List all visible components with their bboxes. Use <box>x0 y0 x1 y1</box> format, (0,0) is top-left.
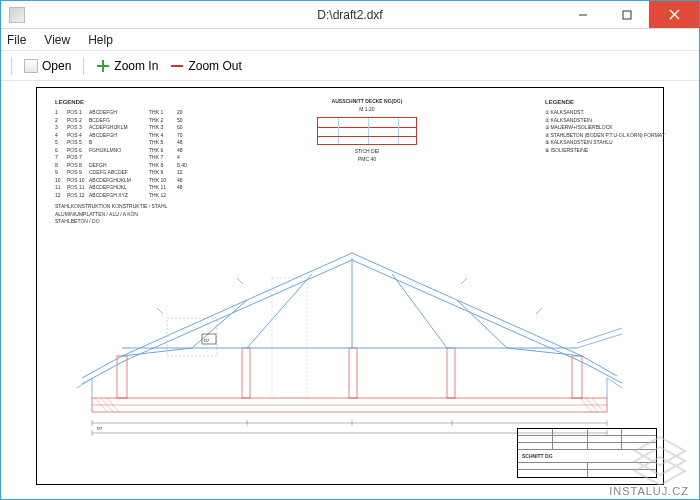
menu-help[interactable]: Help <box>88 33 113 47</box>
legend-left-title: LEGENDE <box>55 98 235 107</box>
svg-line-25 <box>507 348 582 356</box>
open-button[interactable]: Open <box>20 57 75 75</box>
window-controls <box>561 1 699 28</box>
svg-line-41 <box>237 278 243 284</box>
svg-line-43 <box>536 308 542 314</box>
svg-rect-1 <box>623 11 631 19</box>
svg-rect-14 <box>349 348 357 398</box>
section-title: AUSSCHNITT DECKE NG(DG) <box>287 98 447 106</box>
section-scale: M 1:20 <box>287 106 447 114</box>
legend-row: 9POS 9CDEFG ABCDEFTHK 912 <box>55 169 235 177</box>
legend-row: 10POS 10ABCDEFGHIJKLMTHK 1048 <box>55 177 235 185</box>
roof-truss-drawing: D7 D7 <box>77 248 622 443</box>
svg-marker-46 <box>635 457 685 485</box>
legend-row: 12POS 12ABCDEFGH XYZTHK 12 <box>55 192 235 200</box>
legend-row: ⑤ KALKSANDSTEIN STAHLU <box>545 139 645 147</box>
section-sub2: STICH DEI <box>287 148 447 156</box>
svg-line-24 <box>122 348 192 356</box>
toolbar: Open Zoom In Zoom Out <box>1 51 699 81</box>
svg-rect-13 <box>242 348 250 398</box>
legend-row: ③ MAUERW+ISOLIERBLOCK <box>545 124 645 132</box>
zoom-out-label: Zoom Out <box>188 59 241 73</box>
svg-line-23 <box>457 300 507 348</box>
legend-row: 7POS 7THK 74 <box>55 154 235 162</box>
svg-line-22 <box>192 300 247 348</box>
zoom-out-button[interactable]: Zoom Out <box>166 57 245 75</box>
titlebar: D:\draft2.dxf <box>1 1 699 29</box>
legend-row: 4POS 4ABCDEFGHTHK 470 <box>55 132 235 140</box>
svg-rect-17 <box>272 278 307 398</box>
close-button[interactable] <box>649 1 699 28</box>
app-window: D:\draft2.dxf File View Help Open Zoom <box>0 0 700 500</box>
legend-row: 2POS 2BCDEFGTHK 250 <box>55 117 235 125</box>
legend-row: ② KALKSANDSTEIN <box>545 117 645 125</box>
zoom-out-icon <box>170 59 184 73</box>
legend-row: 6POS 6FGHIJKLMNOTHK 648 <box>55 147 235 155</box>
open-icon <box>24 59 38 73</box>
watermark-text: INSTALUJ.CZ <box>609 485 689 497</box>
drawing-sheet: LEGENDE 1POS 1ABCDEFGHTHK 1202POS 2BCDEF… <box>36 87 664 485</box>
section-title-block: AUSSCHNITT DECKE NG(DG) M 1:20 STICH DEI… <box>287 98 447 163</box>
menu-view[interactable]: View <box>44 33 70 47</box>
legend-row: ④ STAHLBETON (BODEN P.T.U-OL KÖRN) FORMA… <box>545 132 645 140</box>
legend-note: STAHLBETON / DO <box>55 218 235 226</box>
menubar: File View Help <box>1 29 699 51</box>
app-icon <box>9 7 25 23</box>
zoom-in-button[interactable]: Zoom In <box>92 57 162 75</box>
minimize-icon <box>578 10 588 20</box>
svg-line-21 <box>392 274 447 348</box>
maximize-icon <box>622 10 632 20</box>
legend-row: 1POS 1ABCDEFGHTHK 120 <box>55 109 235 117</box>
drawing-canvas[interactable]: LEGENDE 1POS 1ABCDEFGHTHK 1202POS 2BCDEF… <box>1 81 699 499</box>
watermark-logo <box>631 435 689 485</box>
svg-rect-16 <box>572 356 582 398</box>
legend-row: 3POS 3ACDEFGHIJKLMTHK 360 <box>55 124 235 132</box>
legend-right: LEGENDE ① KALKSANDST.② KALKSANDSTEIN③ MA… <box>545 98 645 154</box>
small-detail-table <box>317 117 417 145</box>
svg-line-40 <box>157 308 163 314</box>
legend-row: ① KALKSANDST. <box>545 109 645 117</box>
section-sub3: PMC 40 <box>287 156 447 164</box>
toolbar-separator <box>11 57 12 75</box>
svg-rect-15 <box>447 348 455 398</box>
legend-row: 8POS 8DEFGHTHK 88,40 <box>55 162 235 170</box>
legend-right-title: LEGENDE <box>545 98 645 107</box>
close-icon <box>669 9 680 20</box>
legend-left: LEGENDE 1POS 1ABCDEFGHTHK 1202POS 2BCDEF… <box>55 98 235 226</box>
legend-row: ⑥ ISOLIERSTEINE <box>545 147 645 155</box>
open-label: Open <box>42 59 71 73</box>
zoom-in-label: Zoom In <box>114 59 158 73</box>
svg-marker-44 <box>635 437 685 465</box>
legend-row: 5POS 5BTHK 548 <box>55 139 235 147</box>
zoom-in-icon <box>96 59 110 73</box>
svg-text:D7: D7 <box>97 426 103 431</box>
section-marker: D7 <box>204 338 210 343</box>
maximize-button[interactable] <box>605 1 649 28</box>
legend-note: STAHLKONSTRUKTION KONSTRUKTIE / STAHL <box>55 203 235 211</box>
legend-note: ALUMINIUMPLATTEN / ALU / A KÖN <box>55 211 235 219</box>
window-title: D:\draft2.dxf <box>317 8 382 22</box>
legend-row: 11POS 11ABCDEFGHIJKLTHK 1148 <box>55 184 235 192</box>
menu-file[interactable]: File <box>7 33 26 47</box>
minimize-button[interactable] <box>561 1 605 28</box>
svg-marker-45 <box>635 447 685 475</box>
svg-line-42 <box>461 278 467 284</box>
toolbar-separator <box>83 57 84 75</box>
